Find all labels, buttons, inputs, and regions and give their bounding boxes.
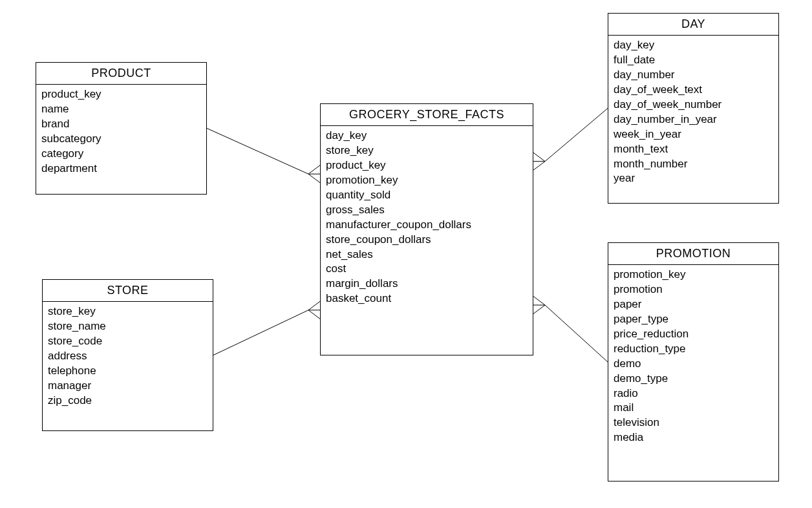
attr-day-month-number: month_number (614, 157, 773, 172)
attr-store-store-code: store_code (48, 334, 208, 349)
crowfoot-promotion-to-facts (533, 305, 545, 314)
attr-facts-day-key: day_key (326, 129, 528, 143)
attr-promotion-promotion: promotion (614, 282, 773, 297)
attr-product-category: category (41, 147, 201, 162)
attr-product-subcategory: subcategory (41, 132, 201, 147)
attr-facts-margin-dollars: margin_dollars (326, 277, 528, 291)
attr-promotion-promotion-key: promotion_key (614, 268, 773, 282)
connector-day-to-facts (545, 109, 608, 162)
attr-promotion-paper-type: paper_type (614, 312, 773, 327)
entity-facts-title: GROCERY_STORE_FACTS (321, 104, 533, 126)
attr-day-full-date: full_date (614, 53, 773, 68)
connector-promotion-to-facts (545, 305, 608, 362)
attr-product-product-key: product_key (41, 87, 201, 102)
entity-product: PRODUCT product_keynamebrandsubcategoryc… (36, 62, 207, 195)
attr-facts-cost: cost (326, 262, 528, 277)
entity-day: DAY day_keyfull_dateday_numberday_of_wee… (608, 13, 779, 204)
attr-promotion-mail: mail (614, 401, 773, 416)
attr-day-day-key: day_key (614, 38, 773, 53)
entity-day-attrs: day_keyfull_dateday_numberday_of_week_te… (608, 36, 778, 191)
attr-product-brand: brand (41, 117, 201, 132)
attr-day-year: year (614, 171, 773, 186)
attr-day-week-in-year: week_in_year (614, 127, 773, 142)
entity-promotion-attrs: promotion_keypromotionpaperpaper_typepri… (608, 265, 778, 450)
attr-facts-net-sales: net_sales (326, 248, 528, 262)
entity-facts-attrs: day_keystore_keyproduct_keypromotion_key… (321, 126, 533, 312)
attr-day-day-number: day_number (614, 68, 773, 83)
attr-store-telephone: telephone (48, 364, 208, 379)
attr-facts-gross-sales: gross_sales (326, 203, 528, 218)
entity-store-attrs: store_keystore_namestore_codeaddresstele… (43, 302, 213, 414)
entity-promotion: PROMOTION promotion_keypromotionpaperpap… (608, 242, 779, 482)
attr-promotion-television: television (614, 416, 773, 430)
attr-promotion-price-reduction: price_reduction (614, 327, 773, 342)
crowfoot-day-to-facts (533, 153, 545, 162)
entity-promotion-title: PROMOTION (608, 243, 778, 265)
attr-facts-manufacturer-coupon-dollars: manufacturer_coupon_dollars (326, 218, 528, 233)
attr-store-zip-code: zip_code (48, 394, 208, 408)
attr-facts-promotion-key: promotion_key (326, 173, 528, 188)
entity-product-title: PRODUCT (36, 63, 206, 85)
attr-facts-store-key: store_key (326, 143, 528, 158)
attr-promotion-demo-type: demo_type (614, 372, 773, 386)
attr-promotion-paper: paper (614, 297, 773, 312)
crowfoot-store-to-facts (308, 301, 320, 310)
crowfoot-product-to-facts (308, 174, 320, 183)
attr-promotion-demo: demo (614, 357, 773, 372)
entity-product-attrs: product_keynamebrandsubcategorycategoryd… (36, 85, 206, 182)
attr-promotion-media: media (614, 430, 773, 445)
entity-day-title: DAY (608, 14, 778, 36)
attr-day-day-of-week-number: day_of_week_number (614, 98, 773, 112)
attr-facts-basket-count: basket_count (326, 291, 528, 306)
attr-store-manager: manager (48, 379, 208, 394)
er-diagram-canvas: PRODUCT product_keynamebrandsubcategoryc… (0, 0, 812, 508)
attr-facts-product-key: product_key (326, 158, 528, 173)
crowfoot-promotion-to-facts (533, 297, 545, 306)
attr-product-department: department (41, 162, 201, 176)
attr-store-store-key: store_key (48, 304, 208, 319)
entity-grocery-store-facts: GROCERY_STORE_FACTS day_keystore_keyprod… (320, 103, 533, 355)
connector-store-to-facts (213, 310, 308, 355)
attr-promotion-reduction-type: reduction_type (614, 342, 773, 357)
attr-facts-quantity-sold: quantity_sold (326, 188, 528, 203)
attr-day-month-text: month_text (614, 142, 773, 157)
attr-product-name: name (41, 102, 201, 117)
entity-store: STORE store_keystore_namestore_codeaddre… (42, 279, 213, 431)
attr-store-store-name: store_name (48, 319, 208, 334)
attr-day-day-number-in-year: day_number_in_year (614, 112, 773, 127)
attr-promotion-radio: radio (614, 386, 773, 401)
crowfoot-product-to-facts (308, 165, 320, 175)
attr-facts-store-coupon-dollars: store_coupon_dollars (326, 233, 528, 248)
crowfoot-store-to-facts (308, 310, 320, 319)
attr-day-day-of-week-text: day_of_week_text (614, 83, 773, 98)
connector-product-to-facts (207, 129, 308, 175)
crowfoot-day-to-facts (533, 162, 545, 171)
entity-store-title: STORE (43, 280, 213, 302)
attr-store-address: address (48, 349, 208, 364)
